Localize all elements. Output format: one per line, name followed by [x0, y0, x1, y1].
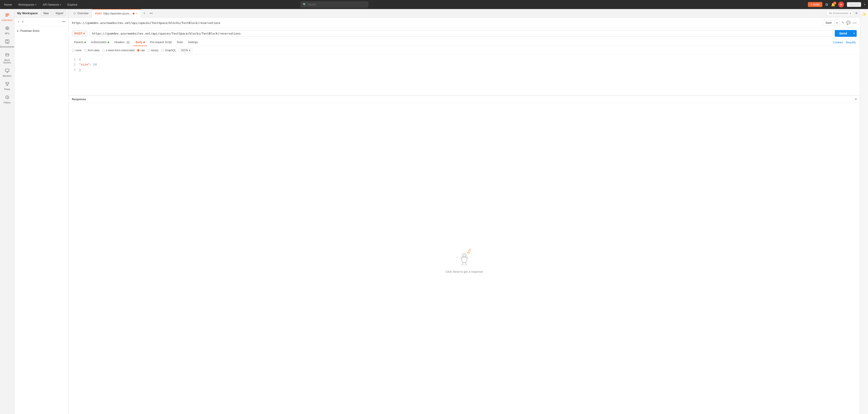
- send-button[interactable]: Send: [835, 30, 851, 37]
- body-type-form-data[interactable]: form-data: [84, 49, 99, 52]
- nav-explore[interactable]: Explore: [66, 2, 79, 7]
- code-editor[interactable]: 1 { 2 "size": 24 3 }: [69, 55, 860, 95]
- response-collapse-button[interactable]: ▾: [855, 97, 857, 101]
- sidebar: Collections APIs Environments Mock Serve…: [0, 9, 14, 414]
- sidebar-item-apis[interactable]: APIs: [1, 24, 13, 37]
- sidebar-item-environments[interactable]: Environments: [1, 37, 13, 50]
- tab-pre-request[interactable]: Pre-request Script: [148, 39, 174, 46]
- env-selector-arrow: ▾: [850, 12, 851, 15]
- tab-close-button[interactable]: ✕: [136, 12, 138, 15]
- tabs-more-button[interactable]: •••: [148, 11, 155, 16]
- pre-request-label: Pre-request Script: [150, 41, 172, 44]
- body-type-urlencoded[interactable]: x-www-form-urlencoded: [102, 49, 134, 52]
- magic-wand-icon[interactable]: ✨: [861, 11, 868, 18]
- sidebar-item-monitors[interactable]: Monitors: [1, 67, 13, 79]
- nav-home[interactable]: Home: [3, 2, 13, 7]
- save-dropdown-button[interactable]: ▾: [835, 20, 839, 26]
- collection-item-postman-echo[interactable]: ▶ Postman Echo: [14, 28, 68, 34]
- svg-point-16: [471, 253, 472, 254]
- none-radio[interactable]: [72, 49, 74, 52]
- left-panel: My Workspace New Import + ≡ ••• ▶ Postma…: [14, 9, 69, 414]
- body-type-binary[interactable]: binary: [148, 49, 159, 52]
- graphql-radio[interactable]: [161, 49, 164, 52]
- svg-point-21: [461, 265, 468, 266]
- settings-icon-button[interactable]: ⚙: [825, 2, 828, 7]
- method-selector[interactable]: POST ▾: [72, 31, 87, 37]
- auth-dot: [107, 41, 109, 43]
- binary-radio[interactable]: [148, 49, 150, 52]
- tab-authorization[interactable]: Authorization: [89, 39, 112, 46]
- sidebar-item-collections[interactable]: Collections: [1, 11, 13, 23]
- tab-body[interactable]: Body: [133, 39, 147, 46]
- form-data-radio[interactable]: [84, 49, 87, 52]
- flows-label: Flows: [4, 88, 10, 91]
- response-empty-state: Click Send to get a response: [69, 103, 860, 414]
- send-dropdown-button[interactable]: ▾: [851, 30, 857, 37]
- api-network-arrow: ▾: [60, 3, 61, 6]
- env-selector[interactable]: No Environment ▾: [827, 11, 853, 16]
- sidebar-item-flows[interactable]: Flows: [1, 80, 13, 92]
- tab-settings[interactable]: Settings: [186, 39, 200, 46]
- url-input[interactable]: [90, 30, 832, 37]
- code-icon[interactable]: </>: [852, 21, 857, 25]
- new-button[interactable]: New: [41, 11, 51, 16]
- svg-point-4: [6, 28, 8, 29]
- svg-point-10: [8, 82, 9, 83]
- svg-point-3: [6, 27, 9, 30]
- eye-icon[interactable]: 👁: [855, 11, 858, 15]
- nav-api-network[interactable]: API Network ▾: [41, 2, 62, 7]
- tests-label: Tests: [177, 41, 183, 44]
- tab-headers[interactable]: Headers 11: [112, 39, 133, 46]
- tab-params[interactable]: Params: [72, 39, 88, 46]
- overview-tab[interactable]: ⊙ Overview: [70, 9, 92, 18]
- json-format-selector[interactable]: JSON ▾: [179, 48, 192, 53]
- notification-button[interactable]: 🔔 1: [831, 2, 835, 7]
- add-tab-button[interactable]: +: [142, 10, 147, 16]
- urlencoded-radio[interactable]: [102, 49, 105, 52]
- upgrade-button[interactable]: Upgrade: [847, 2, 861, 7]
- filter-icon: ≡: [21, 20, 24, 24]
- search-input[interactable]: [308, 3, 366, 6]
- body-type-none[interactable]: none: [72, 49, 82, 52]
- main-content: ⊙ Overview POST https://ipamdev.azure...…: [69, 9, 860, 414]
- method-arrow: ▾: [83, 32, 85, 35]
- mock-servers-icon: [5, 53, 9, 58]
- body-dot: [143, 41, 145, 43]
- line-number-2: 2: [72, 62, 75, 67]
- body-type-row: none form-data x-www-form-urlencoded raw…: [69, 46, 860, 55]
- nav-workspaces[interactable]: Workspaces ▾: [17, 2, 38, 7]
- flows-icon: [5, 82, 9, 88]
- edit-icon[interactable]: ✎: [842, 21, 844, 25]
- url-bar: https://ipamdev.azurewebsites.net/api/sp…: [69, 18, 860, 28]
- add-collection-button[interactable]: +: [17, 20, 20, 24]
- sidebar-item-history[interactable]: History: [1, 93, 13, 106]
- workspaces-arrow: ▾: [35, 3, 36, 6]
- svg-point-15: [463, 255, 465, 256]
- avatar[interactable]: U: [838, 2, 844, 7]
- invite-button[interactable]: + Invite: [808, 2, 822, 7]
- svg-rect-8: [5, 69, 9, 72]
- cookies-button[interactable]: Cookies: [832, 39, 844, 46]
- tab-tests[interactable]: Tests: [175, 39, 185, 46]
- request-tab-active[interactable]: POST https://ipamdev.azure... ✕: [92, 9, 141, 18]
- request-tabs: Params Authorization Headers 11 Body Pre…: [69, 39, 860, 46]
- right-sidebar: ✨: [860, 9, 868, 414]
- comment-icon[interactable]: 💬: [846, 21, 850, 25]
- code-content-2: "size": 24: [79, 62, 97, 67]
- empty-response-text: Click Send to get a response: [445, 270, 483, 273]
- monitors-label: Monitors: [3, 75, 11, 77]
- left-panel-header: + ≡ •••: [14, 18, 68, 26]
- top-nav: Home Workspaces ▾ API Network ▾ Explore …: [0, 0, 868, 9]
- import-button[interactable]: Import: [53, 11, 66, 16]
- upgrade-arrow[interactable]: ▾: [864, 3, 865, 6]
- headers-label: Headers: [114, 41, 124, 44]
- sidebar-item-mock-servers[interactable]: Mock Servers: [1, 51, 13, 66]
- save-button[interactable]: Save: [823, 20, 835, 26]
- beautify-button[interactable]: Beautify: [845, 39, 857, 46]
- raw-radio-selected[interactable]: [137, 49, 140, 51]
- more-options-icon[interactable]: •••: [61, 20, 66, 24]
- body-type-graphql[interactable]: GraphQL: [161, 49, 176, 52]
- code-line-3: 3 }: [72, 68, 857, 73]
- body-type-raw[interactable]: raw: [137, 49, 145, 52]
- response-title: Response: [72, 98, 853, 101]
